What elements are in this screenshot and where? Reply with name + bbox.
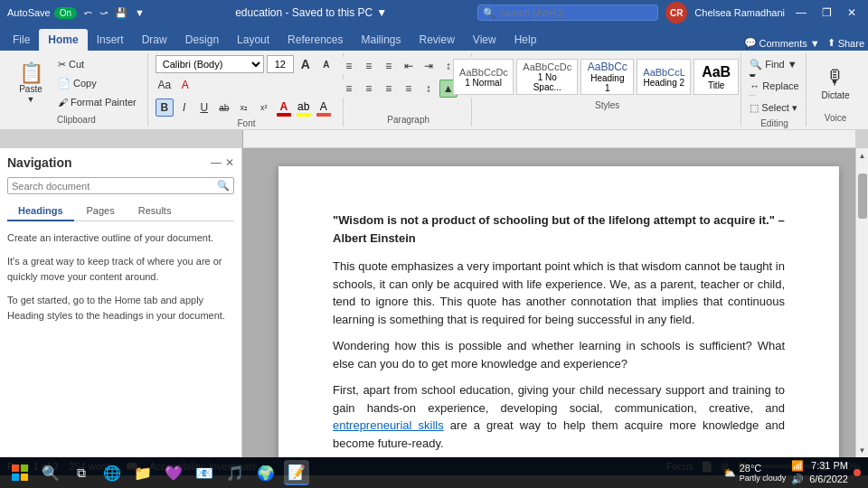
scroll-down-button[interactable]: ▼ bbox=[856, 443, 869, 457]
nav-tab-headings[interactable]: Headings bbox=[7, 202, 74, 221]
line-spacing-button[interactable]: ↕ bbox=[420, 80, 438, 98]
nav-tab-results[interactable]: Results bbox=[127, 202, 183, 221]
tab-layout[interactable]: Layout bbox=[228, 29, 278, 51]
ruler-content[interactable] bbox=[242, 130, 855, 147]
italic-button[interactable]: I bbox=[175, 99, 193, 117]
autosave-state: On bbox=[54, 7, 77, 19]
strikethrough-button[interactable]: ab bbox=[215, 99, 233, 117]
weather-widget[interactable]: ⛅ 28°C Partly cloudy bbox=[723, 463, 787, 483]
minimize-button[interactable]: — bbox=[792, 4, 810, 22]
align-right-button[interactable]: ≡ bbox=[380, 80, 398, 98]
doc-page[interactable]: "Wisdom is not a product of schooling bu… bbox=[278, 166, 839, 457]
underline-button[interactable]: U bbox=[195, 99, 213, 117]
cut-button[interactable]: ✂ Cut bbox=[52, 55, 142, 73]
style-title[interactable]: AaB Title bbox=[693, 59, 739, 95]
nav-tab-pages[interactable]: Pages bbox=[76, 202, 126, 221]
multilevel-button[interactable]: ≡ bbox=[380, 57, 398, 75]
find-button[interactable]: 🔍 Find ▼ bbox=[744, 55, 804, 73]
vertical-scrollbar[interactable]: ▲ ▼ bbox=[855, 148, 868, 457]
superscript-button[interactable]: x² bbox=[255, 99, 273, 117]
clear-format-button[interactable]: A bbox=[176, 76, 194, 94]
search-input-title[interactable] bbox=[477, 5, 658, 21]
numbering-button[interactable]: ≡ bbox=[360, 57, 378, 75]
font-color-button[interactable]: A bbox=[275, 99, 293, 117]
style-no-space[interactable]: AaBbCcDc 1 No Spac... bbox=[516, 59, 578, 95]
teams-button[interactable]: 💜 bbox=[161, 460, 186, 485]
font-family-select[interactable]: Calibri (Body) bbox=[156, 55, 264, 73]
ribbon-tab-right: 💬 Comments ▼ ⬆ Share bbox=[744, 37, 864, 51]
share-button[interactable]: ⬆ Share bbox=[827, 37, 864, 49]
nav-collapse-icon[interactable]: — bbox=[211, 156, 222, 169]
word-button[interactable]: 📝 bbox=[284, 460, 309, 485]
nav-content-line-2: It's a great way to keep track of where … bbox=[7, 254, 234, 286]
justify-button[interactable]: ≡ bbox=[400, 80, 418, 98]
title-bar-left: AutoSave On ⤺ ⤻ 💾 ▼ bbox=[7, 7, 145, 19]
tab-file[interactable]: File bbox=[4, 29, 39, 51]
tab-insert[interactable]: Insert bbox=[88, 29, 133, 51]
tab-mailings[interactable]: Mailings bbox=[352, 29, 410, 51]
bold-button[interactable]: B bbox=[156, 99, 174, 117]
align-left-button[interactable]: ≡ bbox=[340, 80, 358, 98]
font-size-input[interactable] bbox=[267, 55, 294, 73]
autosave-toggle[interactable]: AutoSave On bbox=[7, 7, 77, 19]
tab-design[interactable]: Design bbox=[176, 29, 228, 51]
spotify-button[interactable]: 🎵 bbox=[222, 460, 248, 485]
increase-indent-button[interactable]: ⇥ bbox=[420, 57, 438, 75]
change-case-button[interactable]: Aa bbox=[156, 76, 174, 94]
decrease-font-button[interactable]: A bbox=[317, 55, 335, 73]
save-icon[interactable]: 💾 bbox=[115, 7, 127, 19]
date-display: 6/6/2022 bbox=[809, 473, 848, 486]
undo-icon[interactable]: ⤺ bbox=[84, 7, 92, 19]
tab-home[interactable]: Home bbox=[39, 29, 87, 51]
nav-search-input[interactable] bbox=[12, 181, 217, 192]
notification-badge[interactable] bbox=[854, 469, 861, 476]
tab-references[interactable]: References bbox=[278, 29, 352, 51]
copy-button[interactable]: 📄 Copy bbox=[52, 74, 142, 92]
redo-icon[interactable]: ⤻ bbox=[99, 7, 108, 19]
subscript-button[interactable]: x₂ bbox=[235, 99, 253, 117]
paste-button[interactable]: 📋 Paste ▼ bbox=[11, 55, 51, 111]
document-title: education - Saved to this PC bbox=[235, 6, 373, 19]
format-painter-icon: 🖌 bbox=[58, 97, 68, 108]
bullets-button[interactable]: ≡ bbox=[340, 57, 358, 75]
find-icon: 🔍 bbox=[750, 59, 762, 70]
highlight-button[interactable]: ab bbox=[295, 99, 313, 117]
ruler-left-space bbox=[0, 130, 242, 147]
customize-icon[interactable]: ▼ bbox=[135, 7, 145, 18]
nav-close-icon[interactable]: ✕ bbox=[225, 156, 234, 169]
comments-button[interactable]: 💬 Comments ▼ bbox=[744, 37, 820, 49]
replace-button[interactable]: ↔ Replace bbox=[744, 77, 804, 95]
title-dropdown-icon[interactable]: ▼ bbox=[376, 6, 387, 19]
style-normal[interactable]: AaBbCcDc 1 Normal bbox=[453, 59, 514, 95]
tab-review[interactable]: Review bbox=[410, 29, 464, 51]
dictate-button[interactable]: 🎙 Dictate bbox=[815, 55, 855, 111]
increase-font-button[interactable]: A bbox=[297, 55, 315, 73]
text-color-button[interactable]: A bbox=[315, 99, 333, 117]
nav-search-box[interactable]: 🔍 bbox=[7, 177, 234, 194]
edge-button[interactable]: 🌐 bbox=[99, 460, 125, 485]
tab-help[interactable]: Help bbox=[505, 29, 546, 51]
clock[interactable]: 7:31 PM 6/6/2022 bbox=[809, 459, 848, 487]
task-view-button[interactable]: ⧉ bbox=[69, 460, 94, 485]
chrome-button[interactable]: 🌍 bbox=[253, 460, 278, 485]
style-h2[interactable]: AaBbCcL Heading 2 bbox=[637, 59, 691, 95]
select-button[interactable]: ⬚ Select ▾ bbox=[744, 99, 804, 117]
scroll-up-button[interactable]: ▲ bbox=[856, 148, 869, 163]
tab-view[interactable]: View bbox=[464, 29, 505, 51]
close-button[interactable]: ✕ bbox=[843, 4, 861, 22]
outlook-button[interactable]: 📧 bbox=[192, 460, 217, 485]
decrease-indent-button[interactable]: ⇤ bbox=[400, 57, 418, 75]
start-button[interactable] bbox=[7, 460, 33, 485]
restore-button[interactable]: ❐ bbox=[817, 4, 835, 22]
search-taskbar-button[interactable]: 🔍 bbox=[38, 460, 63, 485]
doc-area[interactable]: "Wisdom is not a product of schooling bu… bbox=[242, 148, 855, 457]
tab-draw[interactable]: Draw bbox=[133, 29, 176, 51]
editing-label: Editing bbox=[760, 118, 788, 128]
nav-header: Navigation — ✕ bbox=[7, 155, 234, 170]
format-painter-button[interactable]: 🖌 Format Painter bbox=[52, 93, 142, 111]
scroll-thumb[interactable] bbox=[858, 174, 867, 219]
align-center-button[interactable]: ≡ bbox=[360, 80, 378, 98]
link-entrepreneurial[interactable]: entrepreneurial skills bbox=[333, 418, 444, 432]
style-h1[interactable]: AaBbCc Heading 1 bbox=[580, 59, 634, 95]
explorer-button[interactable]: 📁 bbox=[130, 460, 156, 485]
